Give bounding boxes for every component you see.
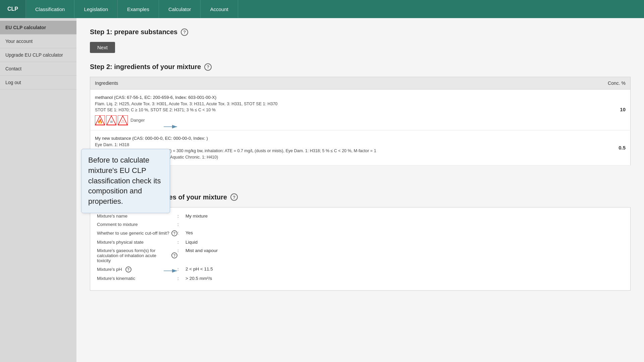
prop-mixture-name: Mixture's name : My mixture: [97, 214, 624, 219]
prop-label-name: Mixture's name: [97, 214, 177, 219]
svg-text:⚠: ⚠: [121, 119, 125, 124]
sidebar-item-eu-clp-calculator[interactable]: EU CLP calculator: [0, 21, 76, 35]
prop-gaseous-help-icon[interactable]: ?: [171, 252, 177, 258]
prop-value-physical: Liquid: [185, 240, 198, 245]
nav-item-examples[interactable]: Examples: [118, 0, 159, 18]
prop-value-ph: 2 < pH < 11.5: [185, 266, 213, 272]
ingredient-name-2: My new substance (CAS: 000-00-0, EC: 000…: [95, 135, 592, 142]
prop-gaseous: Mixture's gaseous form(s) for calculatio…: [97, 248, 624, 263]
prop-sep-ph: :: [177, 266, 185, 272]
danger-label-1: Danger: [130, 117, 145, 124]
sidebar: EU CLP calculator Your account Upgrade E…: [0, 18, 76, 362]
step1-help-icon[interactable]: ?: [181, 28, 188, 36]
sidebar-item-your-account[interactable]: Your account: [0, 35, 76, 48]
prop-label-kinematic: Mixture's kinematic: [97, 276, 177, 281]
prop-label-ph: Mixture's pH ?: [97, 266, 177, 273]
prop-value-gaseous: Mist and vapour: [185, 248, 218, 253]
step1-title: Step 1: prepare substances ?: [90, 28, 631, 36]
prop-ph-help-icon[interactable]: ?: [125, 266, 131, 273]
sidebar-item-upgrade[interactable]: Upgrade EU CLP calculator: [0, 48, 76, 62]
step1-next-button[interactable]: Next: [90, 42, 115, 53]
ingredient-conc-1: 10: [597, 89, 631, 130]
prop-sep-cutoff: :: [177, 230, 185, 235]
ghs-icons-1: 🔥 ☠: [95, 115, 592, 125]
ingredients-table: Ingredients Conc. % methanol (CAS: 67-56…: [90, 77, 631, 166]
tooltip-text: Before to calculate mixture's EU CLP cla…: [88, 156, 161, 205]
prop-label-comment: Comment to mixture: [97, 222, 177, 227]
step3-section: Step 3: describe properties of your mixt…: [90, 193, 631, 291]
prop-cutoff-help-icon[interactable]: ?: [171, 230, 177, 236]
prop-physical-state: Mixture's physical state : Liquid: [97, 240, 624, 245]
nav-item-legislation[interactable]: Legislation: [74, 0, 118, 18]
col-conc: Conc. %: [597, 77, 631, 89]
top-navigation: CLP Classification Legislation Examples …: [0, 0, 644, 18]
prop-sep-name: :: [177, 214, 185, 219]
sidebar-item-contact[interactable]: Contact: [0, 62, 76, 76]
nav-item-calculator[interactable]: Calculator: [159, 0, 201, 18]
table-row: My new substance (CAS: 000-00-0, EC: 000…: [90, 130, 631, 166]
ingredient-name-1: methanol (CAS: 67-56-1, EC: 200-659-6, I…: [95, 94, 592, 101]
nav-item-account[interactable]: Account: [201, 0, 238, 18]
prop-value-kinematic: > 20.5 mm²/s: [185, 276, 212, 281]
prop-label-cutoff: Whether to use generic cut-off limit? ?: [97, 230, 177, 236]
properties-box: Mixture's name : My mixture Comment to m…: [90, 207, 631, 291]
ingredient-hazards-2: Eye Dam. 1: H318: [95, 142, 592, 148]
ingredient-extra-1: STOT SE 1: H370; C ≥ 10 %, STOT SE 2: H3…: [95, 107, 592, 113]
skull-ghs-icon: ☠: [106, 115, 116, 125]
prop-sep-physical: :: [177, 240, 185, 245]
prop-cutoff: Whether to use generic cut-off limit? ? …: [97, 230, 624, 236]
table-row: methanol (CAS: 67-56-1, EC: 200-659-6, I…: [90, 89, 631, 130]
ingredient-cell-1: methanol (CAS: 67-56-1, EC: 200-659-6, I…: [90, 89, 597, 130]
tooltip-box: Before to calculate mixture's EU CLP cla…: [81, 149, 170, 213]
ingredient-hazards-1: Flam. Liq. 2: H225, Acute Tox. 3: H301, …: [95, 101, 592, 107]
step1-section: Step 1: prepare substances ? Next: [90, 28, 631, 63]
prop-comment: Comment to mixture :: [97, 222, 624, 227]
prop-value-name: My mixture: [185, 214, 208, 219]
prop-kinematic: Mixture's kinematic : > 20.5 mm²/s: [97, 276, 624, 281]
step3-title: Step 3: describe properties of your mixt…: [90, 193, 631, 201]
prop-label-gaseous: Mixture's gaseous form(s) for calculatio…: [97, 248, 177, 263]
col-ingredients: Ingredients: [90, 77, 597, 89]
flame-ghs-icon: 🔥: [95, 115, 105, 125]
svg-text:🔥: 🔥: [97, 119, 103, 124]
prop-sep-kinematic: :: [177, 276, 185, 281]
step2-section: Step 2: ingredients of your mixture ? In…: [90, 63, 631, 193]
step3-help-icon[interactable]: ?: [230, 193, 238, 201]
svg-text:☠: ☠: [110, 119, 113, 124]
prop-sep-gaseous: :: [177, 248, 185, 253]
exclamation-ghs-icon: ⚠: [118, 115, 128, 125]
prop-value-cutoff: Yes: [185, 230, 193, 235]
main-content: Step 1: prepare substances ? Next Step 2…: [76, 18, 644, 362]
ingredient-conc-2: 0.5: [597, 130, 631, 166]
sidebar-item-log-out[interactable]: Log out: [0, 76, 76, 89]
nav-item-clp[interactable]: CLP: [0, 0, 26, 18]
prop-label-physical: Mixture's physical state: [97, 240, 177, 245]
step2-help-icon[interactable]: ?: [204, 63, 212, 71]
step2-title: Step 2: ingredients of your mixture ?: [90, 63, 631, 71]
prop-sep-comment: :: [177, 222, 185, 227]
nav-item-classification[interactable]: Classification: [26, 0, 74, 18]
prop-ph: Mixture's pH ? : 2 < pH < 11.5: [97, 266, 624, 273]
